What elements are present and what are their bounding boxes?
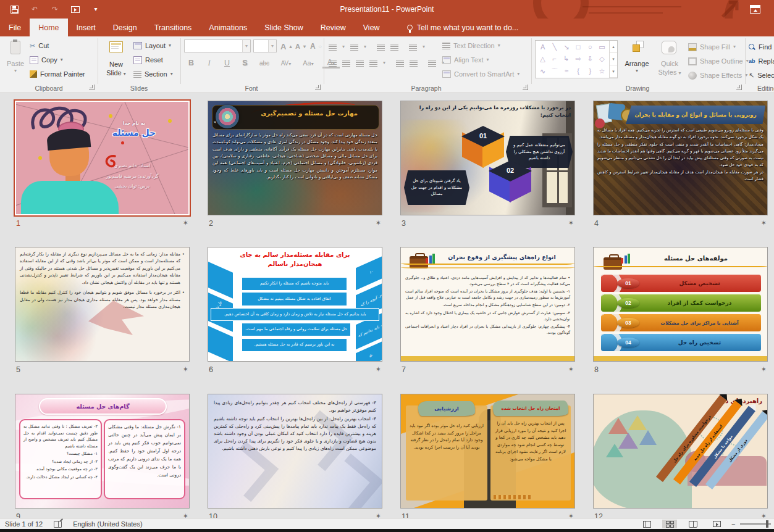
align-right-button[interactable] <box>356 60 364 67</box>
shadow-button[interactable]: S <box>239 59 251 67</box>
layout-button[interactable]: Layout ▾ <box>133 39 171 52</box>
shape-outline-button[interactable]: Shape Outline ▾ <box>688 54 749 68</box>
shape-elbow-arrow[interactable]: ↳ <box>560 53 572 65</box>
animation-star-icon[interactable]: ✶ <box>376 365 381 373</box>
paragraph-dialog-launcher[interactable] <box>523 85 528 90</box>
tab-slideshow[interactable]: Slide Show <box>256 19 312 36</box>
tab-review[interactable]: Review <box>312 19 355 36</box>
animation-star-icon[interactable]: ✶ <box>183 365 188 373</box>
paste-button[interactable]: Paste ▾ <box>4 39 27 83</box>
find-button[interactable]: Find <box>749 40 772 54</box>
animation-star-icon[interactable]: ✶ <box>568 219 574 227</box>
shape-oval[interactable]: ○ <box>584 41 596 53</box>
tab-insert[interactable]: Insert <box>68 19 104 36</box>
align-text-button[interactable]: Align Text ▾ <box>442 53 489 67</box>
convert-to-smartart-button[interactable]: Convert to SmartArt ▾ <box>442 67 520 81</box>
animation-star-icon[interactable]: ✶ <box>376 219 381 227</box>
reading-view-button[interactable] <box>686 520 700 528</box>
shape-scribble[interactable]: ∿ <box>537 65 549 77</box>
animation-star-icon[interactable]: ✶ <box>761 365 767 373</box>
undo-button[interactable]: ↶ <box>29 4 40 15</box>
align-center-button[interactable] <box>342 60 350 67</box>
copy-button[interactable]: Copy ▾ <box>30 53 63 67</box>
zoom-out-button[interactable]: − <box>731 518 735 530</box>
redo-button[interactable]: ↷ <box>49 4 61 15</box>
tab-transitions[interactable]: Transitions <box>146 19 201 36</box>
shrink-font-button[interactable]: A▾ <box>295 39 306 53</box>
bold-button[interactable]: B <box>185 59 197 67</box>
shape-fill-button[interactable]: Shape Fill ▾ <box>688 40 736 54</box>
shape-textbox[interactable]: A <box>537 41 549 53</box>
clear-formatting-button[interactable]: A◌ <box>310 39 321 53</box>
slide-thumbnail-7[interactable]: انواع راه‌های پیشگیری از وقوع بحران • تم… <box>400 247 575 362</box>
slide-thumbnail-6[interactable]: حل نشدنی -۱ ۲- آنچه را که ۴- باید بدانیم… <box>208 247 382 362</box>
shapes-scroll-down[interactable]: ▾ <box>610 53 617 65</box>
font-name-combo[interactable]: ▾ <box>184 39 251 52</box>
slide-sorter-view-button[interactable] <box>662 520 677 528</box>
replace-button[interactable]: ab Replace <box>749 54 774 68</box>
font-size-combo[interactable]: ▾ <box>253 39 277 52</box>
start-from-beginning-button[interactable] <box>70 4 81 15</box>
font-dialog-launcher[interactable] <box>315 85 321 90</box>
drawing-dialog-launcher[interactable] <box>736 85 742 90</box>
decrease-indent-button[interactable] <box>377 44 385 51</box>
animation-star-icon[interactable]: ✶ <box>568 365 574 373</box>
shapes-gallery[interactable]: A ╲ ↘ □ ○ ▭ △ ⌐ ↳ ⇨ ⇩ ◇ ∿ ⌒ ≈ { } ☆ ▴ ▾ … <box>535 40 618 78</box>
slide-thumbnail-12[interactable]: راهبردهای دیگر درخواست مشاوره برای راه ح… <box>593 394 768 509</box>
shape-rectangle[interactable]: □ <box>572 41 584 53</box>
arrange-button[interactable]: Arrange ▾ <box>621 39 652 83</box>
shape-block-arrow-right[interactable]: ⇨ <box>572 53 584 65</box>
shape-brace-right[interactable]: } <box>584 65 596 77</box>
ltr-direction-button[interactable] <box>396 60 404 67</box>
character-spacing-button[interactable]: AV▾ <box>278 60 294 67</box>
underline-button[interactable]: U <box>221 59 233 67</box>
slide-thumbnail-3[interactable]: در برخورد با مشکلات روزمره ما می‌توانیم … <box>400 101 575 215</box>
slideshow-view-button[interactable] <box>709 520 724 528</box>
section-button[interactable]: Section ▾ <box>133 67 173 81</box>
increase-indent-button[interactable] <box>390 44 398 51</box>
customize-qat-button[interactable]: ▾ <box>90 4 101 15</box>
tab-home[interactable]: Home <box>30 19 67 36</box>
clipboard-dialog-launcher[interactable] <box>89 85 95 90</box>
language-status[interactable]: English (United States) <box>73 520 143 528</box>
zoom-slider-handle[interactable] <box>766 520 768 528</box>
slide-thumbnail-10[interactable]: ۳- فهرستی از راه‌حل‌های مختلف انتخاب کنی… <box>208 394 382 509</box>
tab-file[interactable]: File <box>0 19 30 36</box>
shapes-scroll-up[interactable]: ▴ <box>610 41 617 53</box>
cut-button[interactable]: ✂ Cut <box>30 39 49 52</box>
slide-thumbnail-8[interactable]: مولفه‌های حل مسئله 01 تشخیص مشکل 02 درخو… <box>593 247 768 362</box>
shape-corner[interactable]: ◇ <box>596 53 608 65</box>
animation-star-icon[interactable]: ✶ <box>183 219 188 227</box>
shape-brace-left[interactable]: { <box>572 65 584 77</box>
shape-elbow[interactable]: ⌐ <box>549 53 560 65</box>
line-spacing-button[interactable] <box>409 44 417 51</box>
shape-arrow-line[interactable]: ↘ <box>560 41 572 53</box>
align-left-button[interactable] <box>329 60 337 67</box>
rtl-direction-button[interactable] <box>410 60 418 67</box>
shape-line[interactable]: ╲ <box>549 41 560 53</box>
select-button[interactable]: ↖ Select <box>749 69 774 82</box>
tab-view[interactable]: View <box>355 19 389 36</box>
slide-thumbnail-5[interactable]: مقابله مدار: زمانی که ما به حل مسائل می‌… <box>15 247 190 362</box>
tab-animations[interactable]: Animations <box>200 19 256 36</box>
slide-thumbnail-1[interactable]: به نام خدا حل مسئله استاد: خانم نصیری گر… <box>15 101 190 215</box>
shape-block-arrow-down[interactable]: ⇩ <box>584 53 596 65</box>
shape-star[interactable]: ☆ <box>596 65 608 77</box>
shape-effects-button[interactable]: Shape Effects ▾ <box>688 69 747 82</box>
slide-thumbnail-9[interactable]: گام‌های حل مسئله ۱- نگرش حل مسئله: ما وق… <box>15 394 190 509</box>
normal-view-button[interactable] <box>639 520 654 528</box>
quick-styles-button[interactable]: Quick Styles ▾ <box>654 39 686 83</box>
justify-button[interactable] <box>369 60 377 67</box>
change-case-button[interactable]: Aa▾ <box>300 59 316 67</box>
numbering-button[interactable] <box>350 44 358 51</box>
slide-thumbnail-11[interactable]: امتحان راه حل انتخاب شده ارزشیابی پس از … <box>400 394 575 509</box>
save-button[interactable] <box>9 4 20 15</box>
format-painter-button[interactable]: Format Painter <box>30 67 85 81</box>
italic-button[interactable]: I <box>203 59 215 68</box>
tab-design[interactable]: Design <box>104 19 146 36</box>
shapes-more-button[interactable]: ▾ <box>610 65 617 78</box>
columns-button[interactable] <box>428 60 436 67</box>
animation-star-icon[interactable]: ✶ <box>761 219 767 227</box>
bullets-button[interactable] <box>329 44 337 51</box>
grow-font-button[interactable]: A▴ <box>280 39 292 53</box>
